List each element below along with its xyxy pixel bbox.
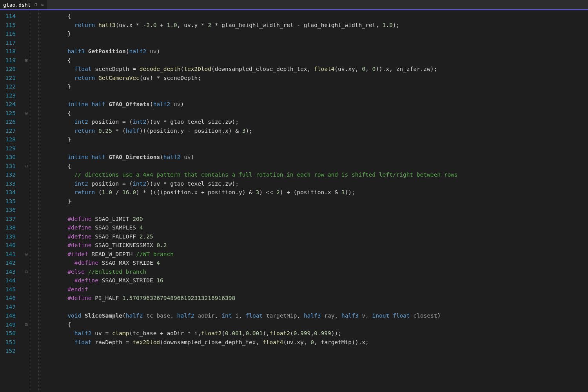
line-number: 114 bbox=[4, 12, 16, 21]
code-line[interactable]: } bbox=[47, 197, 458, 206]
line-number: 139 bbox=[4, 232, 16, 241]
code-line[interactable]: half3 GetPosition(half2 uv) bbox=[47, 47, 458, 56]
code-line[interactable]: #define SSAO_LIMIT 200 bbox=[47, 215, 458, 224]
code-line[interactable]: return half3(uv.x * -2.0 + 1.0, uv.y * 2… bbox=[47, 21, 458, 30]
fold-marker[interactable]: ⊟ bbox=[23, 320, 30, 329]
code-line[interactable]: inline half GTAO_Directions(half2 uv) bbox=[47, 153, 458, 162]
code-line[interactable]: { bbox=[47, 12, 458, 21]
pin-icon[interactable]: ⊓ bbox=[34, 2, 37, 7]
line-number: 148 bbox=[4, 311, 16, 320]
code-line[interactable]: } bbox=[47, 29, 458, 38]
line-number: 141 bbox=[4, 250, 16, 259]
code-line[interactable]: int2 position = (int2)(uv * gtao_texel_s… bbox=[47, 179, 458, 188]
line-number: 118 bbox=[4, 47, 16, 56]
code-line[interactable]: // directions use a 4x4 pattern that con… bbox=[47, 170, 458, 179]
code-line[interactable]: int2 position = (int2)(uv * gtao_texel_s… bbox=[47, 117, 458, 126]
close-icon[interactable]: ✕ bbox=[41, 2, 44, 7]
fold-marker bbox=[23, 294, 30, 303]
fold-marker bbox=[23, 347, 30, 356]
code-line[interactable]: #define SSAO_MAX_STRIDE 16 bbox=[47, 276, 458, 285]
code-line[interactable] bbox=[47, 206, 458, 215]
code-line[interactable]: #define SSAO_MAX_STRIDE 4 bbox=[47, 258, 458, 267]
fold-marker bbox=[23, 144, 30, 153]
fold-marker bbox=[23, 329, 30, 338]
fold-marker[interactable]: ⊟ bbox=[23, 267, 30, 276]
code-editor[interactable]: 1141151161171181191201211221231241251261… bbox=[0, 10, 588, 392]
line-number: 152 bbox=[4, 347, 16, 356]
line-number: 123 bbox=[4, 91, 16, 100]
line-number: 147 bbox=[4, 303, 16, 312]
code-area[interactable]: { return half3(uv.x * -2.0 + 1.0, uv.y *… bbox=[46, 10, 458, 392]
line-number: 125 bbox=[4, 109, 16, 118]
tab-bar: gtao.dshl ⊓ ✕ bbox=[0, 0, 588, 10]
fold-marker bbox=[23, 285, 30, 294]
code-line[interactable]: inline half GTAO_Offsets(half2 uv) bbox=[47, 100, 458, 109]
code-line[interactable]: float sceneDepth = decode_depth(tex2Dlod… bbox=[47, 65, 458, 74]
line-number: 136 bbox=[4, 206, 16, 215]
fold-marker[interactable]: ⊟ bbox=[23, 56, 30, 65]
line-number: 137 bbox=[4, 215, 16, 224]
fold-marker bbox=[23, 258, 30, 267]
line-number: 142 bbox=[4, 258, 16, 267]
line-number: 121 bbox=[4, 74, 16, 83]
line-number: 124 bbox=[4, 100, 16, 109]
line-number: 128 bbox=[4, 135, 16, 144]
line-number: 116 bbox=[4, 29, 16, 38]
code-line[interactable] bbox=[47, 303, 458, 312]
code-line[interactable]: { bbox=[47, 109, 458, 118]
code-line[interactable] bbox=[47, 91, 458, 100]
code-line[interactable]: #define SSAO_SAMPLES 4 bbox=[47, 223, 458, 232]
fold-marker[interactable]: ⊟ bbox=[23, 250, 30, 259]
fold-marker[interactable]: ⊟ bbox=[23, 109, 30, 118]
line-number: 144 bbox=[4, 276, 16, 285]
line-number: 135 bbox=[4, 197, 16, 206]
code-line[interactable]: return GetCameraVec(uv) * sceneDepth; bbox=[47, 74, 458, 83]
fold-marker bbox=[23, 47, 30, 56]
file-tab[interactable]: gtao.dshl ⊓ ✕ bbox=[0, 0, 47, 9]
code-line[interactable]: { bbox=[47, 162, 458, 171]
fold-marker bbox=[23, 206, 30, 215]
fold-marker bbox=[23, 100, 30, 109]
code-line[interactable]: } bbox=[47, 135, 458, 144]
code-line[interactable] bbox=[47, 347, 458, 356]
line-number: 150 bbox=[4, 329, 16, 338]
code-line[interactable]: return (1.0 / 16.0) * ((((position.x + p… bbox=[47, 188, 458, 197]
code-line[interactable] bbox=[47, 144, 458, 153]
fold-marker bbox=[23, 117, 30, 126]
line-number: 143 bbox=[4, 267, 16, 276]
line-number: 145 bbox=[4, 285, 16, 294]
code-line[interactable]: #define SSAO_THICKNESSMIX 0.2 bbox=[47, 241, 458, 250]
code-line[interactable]: { bbox=[47, 320, 458, 329]
code-line[interactable]: #define SSAO_FALLOFF 2.25 bbox=[47, 232, 458, 241]
line-number: 149 bbox=[4, 320, 16, 329]
fold-marker bbox=[23, 215, 30, 224]
fold-marker[interactable]: ⊟ bbox=[23, 162, 30, 171]
fold-marker bbox=[23, 82, 30, 91]
fold-marker bbox=[23, 223, 30, 232]
line-number: 122 bbox=[4, 82, 16, 91]
fold-marker bbox=[23, 303, 30, 312]
line-number: 127 bbox=[4, 126, 16, 135]
code-line[interactable]: } bbox=[47, 82, 458, 91]
code-line[interactable]: #define PI_HALF 1.5707963267948966192313… bbox=[47, 294, 458, 303]
fold-marker bbox=[23, 126, 30, 135]
line-number: 140 bbox=[4, 241, 16, 250]
fold-marker bbox=[23, 276, 30, 285]
line-number: 117 bbox=[4, 38, 16, 47]
code-line[interactable]: float rawDepth = tex2Dlod(downsampled_cl… bbox=[47, 338, 458, 347]
fold-marker bbox=[23, 179, 30, 188]
code-line[interactable] bbox=[47, 38, 458, 47]
fold-marker bbox=[23, 135, 30, 144]
code-line[interactable]: { bbox=[47, 56, 458, 65]
code-line[interactable]: #ifdef READ_W_DEPTH //WT branch bbox=[47, 250, 458, 259]
code-line[interactable]: #endif bbox=[47, 285, 458, 294]
code-line[interactable]: #else //Enlisted branch bbox=[47, 267, 458, 276]
indent-guides bbox=[30, 10, 46, 392]
code-line[interactable]: half2 uv = clamp(tc_base + aoDir * i,flo… bbox=[47, 329, 458, 338]
line-number-gutter: 1141151161171181191201211221231241251261… bbox=[0, 10, 23, 392]
line-number: 134 bbox=[4, 188, 16, 197]
fold-marker bbox=[23, 170, 30, 179]
fold-marker bbox=[23, 29, 30, 38]
code-line[interactable]: void SliceSample(half2 tc_base, half2 ao… bbox=[47, 311, 458, 320]
code-line[interactable]: return 0.25 * (half)((position.y - posit… bbox=[47, 126, 458, 135]
